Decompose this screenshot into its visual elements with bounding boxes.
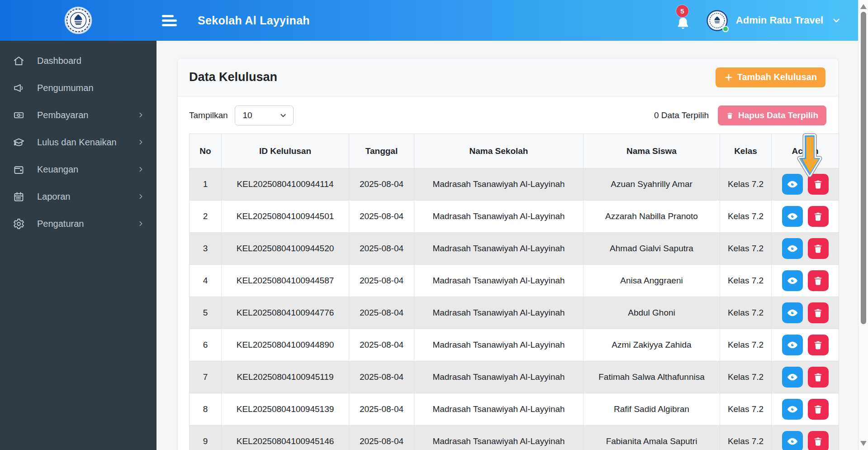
data-kelulusan-card: Data Kelulusan Tambah Kelulusan Tampilka… bbox=[177, 58, 839, 450]
trash-icon bbox=[813, 436, 823, 447]
delete-row-button[interactable] bbox=[808, 270, 829, 291]
view-row-button[interactable] bbox=[782, 238, 803, 259]
user-avatar[interactable] bbox=[707, 10, 728, 31]
chevron-right-icon bbox=[137, 111, 145, 119]
cell-sekolah: Madrasah Tsanawiyah Al-Layyinah bbox=[414, 297, 583, 329]
table-row-8: 8KEL202508041009451392025-08-04Madrasah … bbox=[190, 393, 839, 426]
page-size-value: 10 bbox=[243, 110, 252, 120]
cell-siswa: Fabianita Amala Saputri bbox=[583, 426, 720, 450]
eye-icon bbox=[787, 339, 798, 351]
cell-sekolah: Madrasah Tsanawiyah Al-Layyinah bbox=[414, 361, 583, 393]
view-row-button[interactable] bbox=[782, 431, 803, 450]
trash-icon bbox=[813, 308, 823, 318]
table-row-5: 5KEL202508041009447762025-08-04Madrasah … bbox=[190, 297, 839, 329]
delete-row-button[interactable] bbox=[808, 431, 829, 450]
calendar-icon bbox=[12, 190, 25, 203]
sidebar-toggle-button[interactable] bbox=[162, 15, 177, 27]
user-menu-name[interactable]: Admin Ratu Travel bbox=[736, 14, 823, 26]
view-row-button[interactable] bbox=[782, 335, 803, 355]
table-zone: NoID KelulusanTanggalNama SekolahNama Si… bbox=[189, 134, 838, 450]
header-actions: 5 Admin Ratu Travel bbox=[674, 0, 841, 41]
view-row-button[interactable] bbox=[782, 367, 803, 388]
view-row-button[interactable] bbox=[782, 302, 803, 323]
vertical-scrollbar[interactable] bbox=[858, 0, 868, 450]
trash-icon bbox=[813, 211, 823, 222]
cell-action bbox=[772, 265, 839, 297]
cell-no: 5 bbox=[190, 297, 222, 329]
cell-kelas: Kelas 7.2 bbox=[720, 297, 772, 329]
eye-icon bbox=[787, 436, 798, 447]
sidebar-item-pengumuman[interactable]: Pengumuman bbox=[0, 74, 157, 101]
trash-icon bbox=[813, 276, 823, 286]
cell-id: KEL20250804100944890 bbox=[222, 329, 349, 361]
sidebar-item-label: Laporan bbox=[37, 191, 70, 202]
main-content: Data Kelulusan Tambah Kelulusan Tampilka… bbox=[157, 41, 868, 450]
scrollbar-thumb[interactable] bbox=[861, 12, 866, 324]
scrollbar-up-arrow-icon[interactable] bbox=[860, 4, 867, 9]
cell-siswa: Azuan Syahrilly Amar bbox=[583, 168, 720, 201]
delete-row-button[interactable] bbox=[808, 238, 829, 259]
scrollbar-down-arrow-icon[interactable] bbox=[860, 441, 867, 446]
hapus-data-terpilih-label: Hapus Data Terpilih bbox=[738, 110, 818, 120]
sidebar-nav: DashboardPengumumanPembayaranLulus dan K… bbox=[0, 41, 157, 450]
delete-row-button[interactable] bbox=[808, 335, 829, 355]
eye-icon bbox=[787, 371, 798, 383]
cash-icon bbox=[12, 109, 25, 121]
cell-no: 8 bbox=[190, 393, 222, 426]
cell-siswa: Fatimah Salwa Althafunnisa bbox=[583, 361, 720, 393]
cell-no: 7 bbox=[190, 361, 222, 393]
sidebar-item-laporan[interactable]: Laporan bbox=[0, 183, 157, 210]
cell-id: KEL20250804100944114 bbox=[222, 168, 349, 201]
cell-no: 3 bbox=[190, 233, 222, 265]
cell-id: KEL20250804100944501 bbox=[222, 201, 349, 233]
delete-row-button[interactable] bbox=[808, 302, 829, 323]
table-row-7: 7KEL202508041009451192025-08-04Madrasah … bbox=[190, 361, 839, 393]
top-navbar: Sekolah Al Layyinah 5 Admin Ratu Travel bbox=[0, 0, 868, 41]
cell-siswa: Azzarah Nabilla Pranoto bbox=[583, 201, 720, 233]
sidebar-item-label: Dashboard bbox=[37, 56, 81, 66]
sidebar-item-pembayaran[interactable]: Pembayaran bbox=[0, 101, 157, 129]
delete-row-button[interactable] bbox=[808, 399, 829, 420]
cell-action bbox=[772, 361, 839, 393]
page-size-select[interactable]: 10 bbox=[235, 105, 294, 125]
notification-count-badge: 5 bbox=[676, 5, 688, 17]
cell-tanggal: 2025-08-04 bbox=[349, 201, 414, 233]
cell-no: 4 bbox=[190, 265, 222, 297]
cell-no: 1 bbox=[190, 168, 222, 201]
cell-kelas: Kelas 7.2 bbox=[720, 329, 772, 361]
sidebar-item-lulus-dan-kenaikan[interactable]: Lulus dan Kenaikan bbox=[0, 129, 157, 156]
tambah-kelulusan-button[interactable]: Tambah Kelulusan bbox=[716, 67, 825, 87]
page-title: Sekolah Al Layyinah bbox=[198, 0, 310, 41]
cell-kelas: Kelas 7.2 bbox=[720, 233, 772, 265]
delete-row-button[interactable] bbox=[808, 367, 829, 388]
sidebar-item-label: Keuangan bbox=[37, 164, 78, 175]
view-row-button[interactable] bbox=[782, 399, 803, 420]
eye-icon bbox=[787, 178, 798, 190]
user-menu-chevron-down-icon[interactable] bbox=[831, 15, 841, 25]
cell-no: 2 bbox=[190, 201, 222, 233]
chevron-right-icon bbox=[137, 193, 145, 201]
view-row-button[interactable] bbox=[782, 270, 803, 291]
sidebar-item-pengaturan[interactable]: Pengaturan bbox=[0, 210, 157, 237]
chevron-right-icon bbox=[137, 220, 145, 228]
cell-id: KEL20250804100944587 bbox=[222, 265, 349, 297]
sidebar-item-dashboard[interactable]: Dashboard bbox=[0, 47, 157, 74]
cell-siswa: Abdul Ghoni bbox=[583, 297, 720, 329]
chevron-right-icon bbox=[137, 139, 145, 146]
column-header-id-kelulusan: ID Kelulusan bbox=[222, 134, 349, 168]
sidebar-item-keuangan[interactable]: Keuangan bbox=[0, 156, 157, 183]
view-row-button[interactable] bbox=[782, 206, 803, 227]
wallet-icon bbox=[12, 163, 25, 176]
cell-id: KEL20250804100944520 bbox=[222, 233, 349, 265]
view-row-button[interactable] bbox=[782, 174, 803, 195]
cell-siswa: Azmi Zakiyya Zahida bbox=[583, 329, 720, 361]
table-row-4: 4KEL202508041009445872025-08-04Madrasah … bbox=[190, 265, 839, 297]
table-row-2: 2KEL202508041009445012025-08-04Madrasah … bbox=[190, 201, 839, 233]
delete-row-button[interactable] bbox=[808, 174, 829, 195]
delete-row-button[interactable] bbox=[808, 206, 829, 227]
column-header-nama-sekolah: Nama Sekolah bbox=[414, 134, 583, 168]
hapus-data-terpilih-button[interactable]: Hapus Data Terpilih bbox=[718, 105, 826, 125]
cell-siswa: Anisa Anggraeni bbox=[583, 265, 720, 297]
table-row-9: 9KEL202508041009451462025-08-04Madrasah … bbox=[190, 426, 839, 450]
notifications-button[interactable]: 5 bbox=[674, 9, 692, 32]
